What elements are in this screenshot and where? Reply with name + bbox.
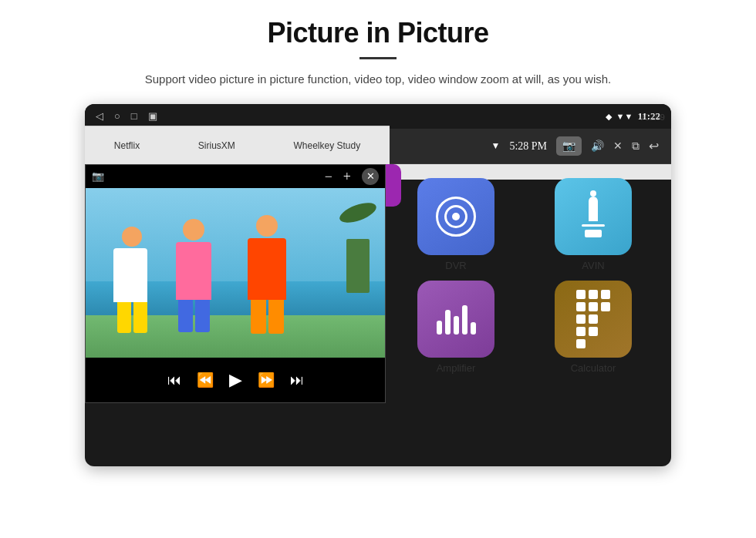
pip-rewind-btn[interactable]: ⏮ <box>167 372 181 388</box>
close-icon[interactable]: ✕ <box>613 140 623 153</box>
avin-label: AVIN <box>582 260 604 271</box>
app-avin[interactable]: AVIN <box>529 178 657 271</box>
cast-nav-icon[interactable]: ▣ <box>148 110 157 123</box>
pip-plus-btn[interactable]: + <box>343 169 351 185</box>
pip-window[interactable]: 📷 − + ✕ <box>85 164 386 403</box>
pip-camera-icon: 📷 <box>92 170 104 183</box>
app-amplifier[interactable]: Amplifier <box>392 281 520 374</box>
dvr-icon-bg <box>417 178 494 255</box>
pip-prev-btn[interactable]: ⏪ <box>197 372 214 388</box>
amplifier-label: Amplifier <box>437 362 476 374</box>
calc-keys <box>573 287 613 351</box>
watermark: VCZ09 <box>639 113 665 122</box>
pip-next-btn[interactable]: ⏩ <box>258 372 275 388</box>
calc-key-8 <box>576 327 586 336</box>
netflix-bottom-label: Netflix <box>114 140 140 151</box>
siriusxm-bottom-label: SiriusXM <box>198 140 235 151</box>
wifi-signal-icon: ▼▼ <box>616 112 633 121</box>
wheelkey-bottom-label: Wheelkey Study <box>293 140 360 151</box>
avin-icon-bg <box>555 178 632 255</box>
bottom-app-row: Netflix SiriusXM Wheelkey Study <box>85 126 390 164</box>
calc-key-2 <box>589 290 598 299</box>
calc-key-4 <box>576 302 586 311</box>
calc-key-wide <box>589 314 598 324</box>
calc-key-zero <box>576 339 586 348</box>
calculator-label: Calculator <box>571 362 616 374</box>
pip-controls: − + ✕ <box>325 168 379 185</box>
calc-key-3 <box>601 290 610 299</box>
app-bar-time: 5:28 PM <box>509 140 547 153</box>
pip-close-btn[interactable]: ✕ <box>362 168 379 185</box>
page-container: Picture in Picture Support video picture… <box>0 0 756 538</box>
wifi-icon: ▼ <box>491 140 500 152</box>
title-divider <box>359 57 397 59</box>
calc-key-9 <box>589 327 598 336</box>
page-title: Picture in Picture <box>267 17 488 49</box>
app-grid-area: DVR AVIN <box>378 164 671 180</box>
video-scene <box>86 188 385 358</box>
calc-key-6 <box>601 302 610 311</box>
back-nav-icon[interactable]: ◁ <box>96 110 103 123</box>
device-frame: ◁ ○ □ ▣ ◆ ▼▼ 11:22 ⌂ ⚡ ▼ 5:28 PM 📷 🔊 <box>85 104 671 466</box>
calc-key-7 <box>576 314 586 324</box>
location-icon: ◆ <box>606 112 612 122</box>
window-icon[interactable]: ⧉ <box>632 140 640 153</box>
calc-key-5 <box>589 302 598 311</box>
app-bar-right: ▼ 5:28 PM 📷 🔊 ✕ ⧉ ↩ <box>491 136 659 156</box>
app-grid: DVR AVIN <box>386 172 663 380</box>
amplifier-icon-bg <box>417 281 494 358</box>
pip-forward-btn[interactable]: ⏭ <box>290 372 304 388</box>
recent-nav-icon[interactable]: □ <box>131 110 137 123</box>
amp-equalizer <box>437 304 476 335</box>
dvr-label: DVR <box>445 260 466 271</box>
pip-header: 📷 − + ✕ <box>86 165 385 188</box>
home-nav-icon[interactable]: ○ <box>114 110 120 123</box>
calculator-icon-bg <box>555 281 632 358</box>
app-calculator[interactable]: Calculator <box>529 281 657 374</box>
camera-highlighted-icon[interactable]: 📷 <box>556 136 582 156</box>
page-subtitle: Support video picture in picture functio… <box>145 70 611 89</box>
back-icon[interactable]: ↩ <box>649 139 659 153</box>
pip-minus-btn[interactable]: − <box>325 169 332 185</box>
calc-key-1 <box>576 290 586 299</box>
volume-icon[interactable]: 🔊 <box>591 140 604 153</box>
app-dvr[interactable]: DVR <box>392 178 520 271</box>
pip-playback: ⏮ ⏪ ▶ ⏩ ⏭ <box>86 358 385 402</box>
status-bar-left: ◁ ○ □ ▣ <box>96 110 157 123</box>
pip-play-btn[interactable]: ▶ <box>229 370 242 390</box>
